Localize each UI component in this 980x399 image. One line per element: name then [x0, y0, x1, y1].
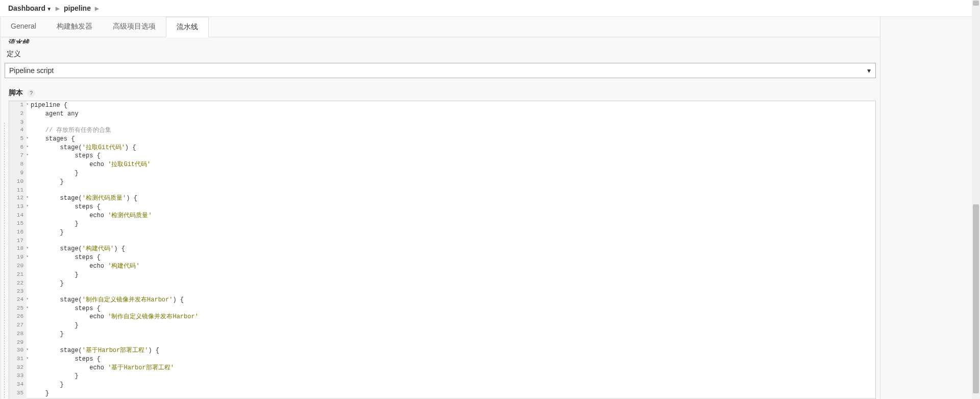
code-line[interactable]: 18 stage('构建代码') {: [9, 245, 875, 253]
scroll-thumb[interactable]: [973, 204, 979, 393]
code-line[interactable]: 6 stage('拉取Git代码') {: [9, 144, 875, 152]
line-number: 28: [9, 330, 27, 339]
code-text: steps {: [27, 355, 875, 364]
code-line[interactable]: 2 agent any: [9, 110, 875, 119]
config-tabs: General 构建触发器 高级项目选项 流水线: [1, 17, 880, 37]
code-line[interactable]: 16 }: [9, 228, 875, 237]
line-number: 31: [9, 355, 27, 364]
line-number: 10: [9, 178, 27, 186]
page-scrollbar[interactable]: [972, 0, 980, 399]
code-text: agent any: [27, 110, 875, 119]
script-label: 脚本: [9, 88, 23, 98]
help-icon[interactable]: ?: [27, 89, 35, 97]
code-line[interactable]: 21 }: [9, 271, 875, 279]
code-text: steps {: [27, 203, 875, 212]
code-line[interactable]: 7 steps {: [9, 152, 875, 160]
code-line[interactable]: 10 }: [9, 178, 875, 186]
code-line[interactable]: 19 steps {: [9, 253, 875, 262]
definition-select-wrap: Pipeline script: [5, 63, 876, 78]
code-line[interactable]: 3: [9, 119, 875, 126]
code-text: pipeline {: [27, 101, 875, 110]
code-text: steps {: [27, 152, 875, 160]
tab-general[interactable]: General: [1, 17, 46, 37]
code-line[interactable]: 17: [9, 237, 875, 245]
code-line[interactable]: 11: [9, 186, 875, 194]
code-line[interactable]: 9 }: [9, 169, 875, 178]
code-line[interactable]: 33 }: [9, 372, 875, 381]
code-text: [27, 288, 875, 295]
code-line[interactable]: 22 }: [9, 279, 875, 288]
code-line[interactable]: 8 echo '拉取Git代码': [9, 160, 875, 169]
code-text: stage('构建代码') {: [27, 245, 875, 253]
line-number: 27: [9, 321, 27, 330]
code-line[interactable]: 13 steps {: [9, 203, 875, 212]
code-text: stages {: [27, 135, 875, 144]
code-text: }: [27, 279, 875, 288]
code-text: }: [27, 169, 875, 178]
breadcrumb-pipeline[interactable]: pipeline: [64, 4, 91, 12]
code-text: }: [27, 381, 875, 389]
line-number: 34: [9, 381, 27, 389]
line-number: 4: [9, 126, 27, 135]
definition-select[interactable]: Pipeline script: [5, 63, 876, 78]
line-number: 8: [9, 160, 27, 169]
breadcrumb-dashboard[interactable]: Dashboard▼: [8, 4, 52, 12]
tab-build-triggers[interactable]: 构建触发器: [46, 17, 103, 37]
breadcrumb-bar: Dashboard▼ ▶ pipeline ▶: [0, 0, 980, 17]
code-text: }: [27, 389, 875, 398]
code-line[interactable]: 15 }: [9, 220, 875, 228]
code-text: }: [27, 321, 875, 330]
code-line[interactable]: 30 stage('基于Harbor部署工程') {: [9, 346, 875, 355]
code-line[interactable]: 32 echo '基于Harbor部署工程': [9, 364, 875, 372]
line-number: 17: [9, 237, 27, 245]
code-text: stage('基于Harbor部署工程') {: [27, 346, 875, 355]
code-line[interactable]: 14 echo '检测代码质量': [9, 212, 875, 220]
line-number: 24: [9, 296, 27, 304]
code-text: echo '检测代码质量': [27, 212, 875, 220]
line-number: 26: [9, 313, 27, 321]
code-text: stage('制作自定义镜像并发布Harbor') {: [27, 296, 875, 304]
code-line[interactable]: 34 }: [9, 381, 875, 389]
code-text: }: [27, 178, 875, 186]
page-body: General 构建触发器 高级项目选项 流水线 流水线 定义 Pipeline…: [0, 17, 980, 399]
dashed-guide: [4, 123, 5, 399]
code-line[interactable]: 24 stage('制作自定义镜像并发布Harbor') {: [9, 296, 875, 304]
code-line[interactable]: 28 }: [9, 330, 875, 339]
code-editor[interactable]: 1pipeline {2 agent any34 // 存放所有任务的合集5 s…: [9, 101, 876, 399]
code-text: echo '制作自定义镜像并发布Harbor': [27, 313, 875, 321]
code-text: steps {: [27, 304, 875, 313]
caret-down-icon: ▼: [46, 6, 52, 12]
code-line[interactable]: 12 stage('检测代码质量') {: [9, 194, 875, 203]
code-line[interactable]: 35 }: [9, 389, 875, 398]
line-number: 6: [9, 144, 27, 152]
line-number: 33: [9, 372, 27, 381]
code-text: [27, 339, 875, 346]
chevron-right-icon: ▶: [95, 6, 99, 11]
code-line[interactable]: 23: [9, 288, 875, 295]
tab-pipeline[interactable]: 流水线: [166, 17, 209, 37]
tab-advanced[interactable]: 高级项目选项: [103, 17, 166, 37]
content-area: 流水线 定义 Pipeline script 脚本 ? 1pipeline {2…: [1, 37, 880, 399]
line-number: 16: [9, 228, 27, 237]
code-line[interactable]: 26 echo '制作自定义镜像并发布Harbor': [9, 313, 875, 321]
code-line[interactable]: 5 stages {: [9, 135, 875, 144]
code-line[interactable]: 27 }: [9, 321, 875, 330]
code-line[interactable]: 20 echo '构建代码': [9, 262, 875, 271]
code-line[interactable]: 25 steps {: [9, 304, 875, 313]
code-line[interactable]: 4 // 存放所有任务的合集: [9, 126, 875, 135]
code-line[interactable]: 1pipeline {: [9, 101, 875, 110]
code-line[interactable]: 29: [9, 339, 875, 346]
line-number: 13: [9, 203, 27, 212]
line-number: 20: [9, 262, 27, 271]
line-number: 3: [9, 119, 27, 126]
line-number: 9: [9, 169, 27, 178]
code-text: // 存放所有任务的合集: [27, 126, 875, 135]
code-line[interactable]: 31 steps {: [9, 355, 875, 364]
line-number: 25: [9, 304, 27, 313]
code-text: }: [27, 271, 875, 279]
line-number: 32: [9, 364, 27, 372]
scroll-up-icon: [973, 1, 979, 6]
line-number: 1: [9, 101, 27, 110]
line-number: 18: [9, 245, 27, 253]
code-text: stage('拉取Git代码') {: [27, 144, 875, 152]
